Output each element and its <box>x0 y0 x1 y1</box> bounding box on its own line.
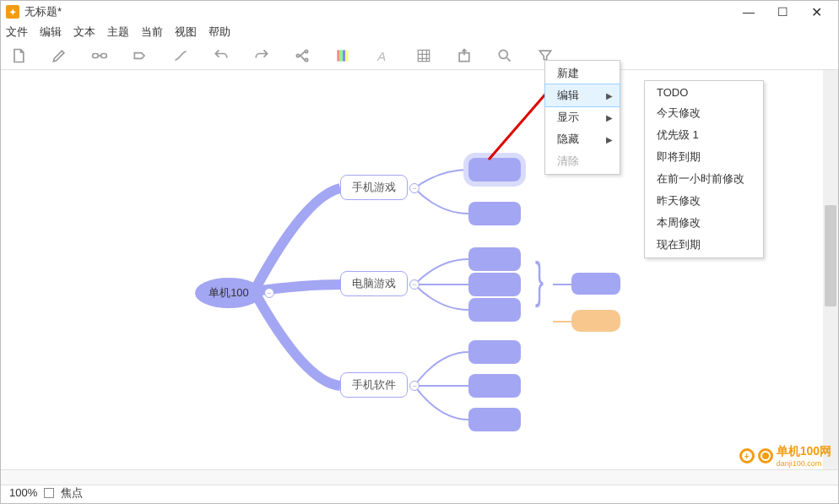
focus-label: 焦点 <box>61 485 83 501</box>
watermark: + 单机100网 danji100.com <box>739 444 831 468</box>
sub-todo[interactable]: TODO <box>645 83 763 102</box>
redo-icon[interactable] <box>252 47 271 64</box>
window-title: 无标题* <box>24 4 732 19</box>
menu-help[interactable]: 帮助 <box>208 24 230 40</box>
svg-rect-0 <box>93 53 99 57</box>
context-submenu: TODO 今天修改 优先级 1 即将到期 在前一小时前修改 昨天修改 本周修改 … <box>644 80 764 258</box>
summary-node[interactable] <box>571 273 620 295</box>
focus-checkbox[interactable] <box>44 488 54 498</box>
branch-3-label: 手机软件 <box>352 377 396 393</box>
status-track <box>1 470 838 485</box>
branch-node-1[interactable]: 手机游戏 <box>340 175 408 200</box>
branch-1-handle[interactable]: − <box>409 183 420 193</box>
search-icon[interactable] <box>495 47 514 64</box>
app-icon: ✦ <box>6 5 19 19</box>
menu-theme[interactable]: 主题 <box>107 24 129 40</box>
svg-point-4 <box>305 58 307 61</box>
ctx-hide-label: 隐藏 <box>557 132 579 147</box>
connector-icon[interactable] <box>171 47 190 64</box>
leaf-node[interactable] <box>468 408 521 431</box>
ctx-edit-label: 编辑 <box>557 88 579 103</box>
watermark-logo-icon <box>758 448 773 463</box>
branch-node-2[interactable]: 电脑游戏 <box>340 271 408 296</box>
zoom-level[interactable]: 100% <box>9 486 37 499</box>
svg-rect-6 <box>340 50 343 61</box>
pencil-icon[interactable] <box>50 47 68 64</box>
tag-icon[interactable] <box>131 47 149 64</box>
branch-2-handle[interactable]: − <box>409 279 420 290</box>
menu-edit[interactable]: 编辑 <box>40 24 62 40</box>
sub-lasthour[interactable]: 在前一小时前修改 <box>645 168 763 190</box>
svg-rect-1 <box>101 53 107 57</box>
summary-node-orange[interactable] <box>571 310 620 332</box>
ctx-show[interactable]: 显示▶ <box>545 106 620 128</box>
ctx-hide[interactable]: 隐藏▶ <box>545 128 620 150</box>
close-button[interactable]: ✕ <box>799 1 833 23</box>
context-menu: 新建 编辑▶ 显示▶ 隐藏▶ 清除 <box>544 60 620 175</box>
brace-icon: } <box>535 251 544 309</box>
svg-point-12 <box>499 50 507 58</box>
menu-bar: 文件 编辑 文本 主题 当前 视图 帮助 <box>1 23 838 41</box>
sub-thisweek[interactable]: 本周修改 <box>645 212 763 234</box>
submenu-arrow-icon: ▶ <box>606 91 613 100</box>
maximize-button[interactable]: ☐ <box>766 1 799 23</box>
sub-today[interactable]: 今天修改 <box>645 102 763 124</box>
export-icon[interactable] <box>455 47 474 64</box>
minimize-button[interactable]: — <box>732 1 766 23</box>
ctx-edit[interactable]: 编辑▶ <box>545 84 620 106</box>
menu-current[interactable]: 当前 <box>141 24 163 40</box>
branch-node-3[interactable]: 手机软件 <box>340 372 408 398</box>
ctx-clear: 清除 <box>545 150 620 172</box>
undo-icon[interactable] <box>212 47 230 64</box>
link-icon[interactable] <box>90 47 109 64</box>
svg-point-3 <box>305 50 307 52</box>
ctx-show-label: 显示 <box>557 110 579 125</box>
title-bar: ✦ 无标题* — ☐ ✕ <box>1 1 838 23</box>
sub-nowdue[interactable]: 现在到期 <box>645 234 763 256</box>
svg-rect-8 <box>345 50 348 61</box>
new-file-icon[interactable] <box>9 47 28 64</box>
svg-point-2 <box>296 54 299 57</box>
ctx-new[interactable]: 新建 <box>545 62 620 84</box>
branch-1-label: 手机游戏 <box>352 180 396 195</box>
menu-file[interactable]: 文件 <box>6 24 28 40</box>
leaf-node[interactable] <box>468 298 521 322</box>
menu-view[interactable]: 视图 <box>175 24 197 40</box>
toolbar: A <box>1 41 838 70</box>
branch-3-handle[interactable]: − <box>409 381 420 391</box>
leaf-node[interactable] <box>468 202 521 225</box>
sub-yesterday[interactable]: 昨天修改 <box>645 190 763 212</box>
scrollbar-thumb[interactable] <box>825 205 836 306</box>
leaf-node[interactable] <box>468 247 521 271</box>
submenu-arrow-icon: ▶ <box>606 135 613 144</box>
leaf-node[interactable] <box>468 273 521 296</box>
submenu-arrow-icon: ▶ <box>606 113 613 122</box>
branch-icon[interactable] <box>293 47 311 64</box>
menu-text[interactable]: 文本 <box>73 24 95 40</box>
svg-rect-10 <box>418 50 429 61</box>
color-icon[interactable] <box>333 47 352 64</box>
svg-rect-7 <box>343 50 345 61</box>
root-collapse-handle[interactable]: − <box>264 288 274 298</box>
watermark-name: 单机100网 <box>777 444 831 459</box>
leaf-node[interactable] <box>468 340 521 364</box>
svg-text:A: A <box>376 48 386 62</box>
svg-rect-5 <box>337 50 339 61</box>
sub-priority1[interactable]: 优先级 1 <box>645 124 763 146</box>
branch-2-label: 电脑游戏 <box>352 276 396 291</box>
root-label: 单机100 <box>208 285 249 301</box>
leaf-node[interactable] <box>468 374 521 398</box>
grid-icon[interactable] <box>414 47 433 64</box>
sub-soon[interactable]: 即将到期 <box>645 146 763 168</box>
font-icon[interactable]: A <box>374 47 392 64</box>
watermark-logo-icon: + <box>739 448 755 463</box>
ctx-clear-label: 清除 <box>557 154 579 169</box>
status-bar: 100% 焦点 <box>1 469 838 503</box>
vertical-scrollbar[interactable] <box>823 70 838 469</box>
root-node[interactable]: 单机100 <box>195 278 263 308</box>
ctx-new-label: 新建 <box>557 66 579 81</box>
watermark-url: danji100.com <box>777 459 831 468</box>
